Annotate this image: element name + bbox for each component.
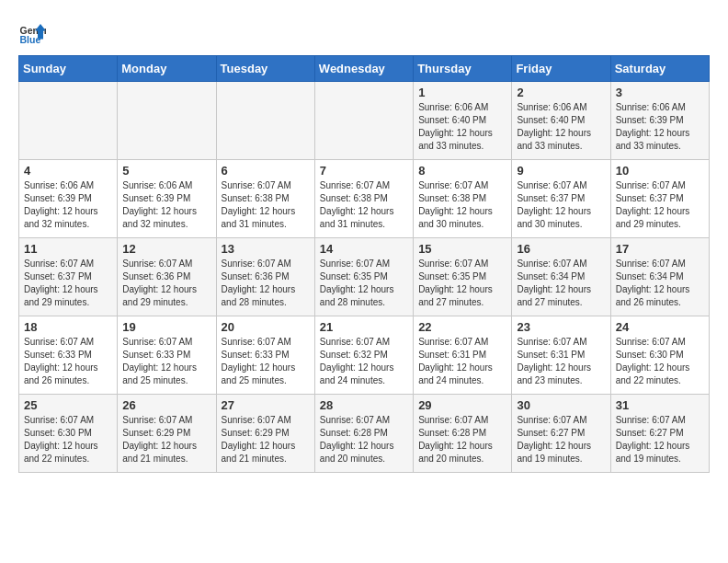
cell-info: Sunrise: 6:07 AM Sunset: 6:35 PM Dayligh… [320, 258, 408, 309]
cell-info: Sunrise: 6:07 AM Sunset: 6:38 PM Dayligh… [320, 179, 408, 231]
calendar-cell: 18Sunrise: 6:07 AM Sunset: 6:33 PM Dayli… [19, 316, 118, 395]
day-number: 15 [418, 242, 506, 256]
calendar-cell: 13Sunrise: 6:07 AM Sunset: 6:36 PM Dayli… [216, 238, 314, 316]
cell-info: Sunrise: 6:07 AM Sunset: 6:27 PM Dayligh… [616, 414, 704, 465]
calendar-cell: 29Sunrise: 6:07 AM Sunset: 6:28 PM Dayli… [414, 395, 512, 473]
day-number: 26 [122, 398, 210, 412]
calendar-cell: 3Sunrise: 6:06 AM Sunset: 6:39 PM Daylig… [610, 82, 709, 160]
day-number: 10 [616, 164, 704, 178]
svg-text:Blue: Blue [20, 34, 41, 45]
calendar-cell: 11Sunrise: 6:07 AM Sunset: 6:37 PM Dayli… [19, 238, 118, 316]
page-header: General Blue [18, 18, 710, 46]
cell-info: Sunrise: 6:06 AM Sunset: 6:39 PM Dayligh… [122, 179, 210, 231]
calendar-cell: 12Sunrise: 6:07 AM Sunset: 6:36 PM Dayli… [118, 238, 216, 316]
calendar-cell: 2Sunrise: 6:06 AM Sunset: 6:40 PM Daylig… [512, 82, 610, 160]
calendar-week-row: 25Sunrise: 6:07 AM Sunset: 6:30 PM Dayli… [19, 395, 710, 473]
day-number: 1 [418, 86, 506, 99]
day-number: 7 [320, 164, 408, 178]
cell-info: Sunrise: 6:07 AM Sunset: 6:33 PM Dayligh… [222, 336, 310, 387]
weekday-header-monday: Monday [118, 56, 216, 82]
day-number: 5 [122, 164, 210, 178]
day-number: 25 [24, 398, 112, 412]
calendar-cell: 27Sunrise: 6:07 AM Sunset: 6:29 PM Dayli… [216, 395, 314, 473]
cell-info: Sunrise: 6:07 AM Sunset: 6:38 PM Dayligh… [418, 179, 506, 231]
calendar-cell: 20Sunrise: 6:07 AM Sunset: 6:33 PM Dayli… [216, 316, 314, 395]
calendar-cell [314, 82, 413, 160]
cell-info: Sunrise: 6:07 AM Sunset: 6:30 PM Dayligh… [24, 414, 112, 465]
day-number: 19 [122, 320, 210, 334]
calendar-cell: 5Sunrise: 6:06 AM Sunset: 6:39 PM Daylig… [118, 160, 216, 238]
cell-info: Sunrise: 6:06 AM Sunset: 6:40 PM Dayligh… [517, 101, 605, 153]
day-number: 2 [517, 86, 605, 99]
calendar-week-row: 1Sunrise: 6:06 AM Sunset: 6:40 PM Daylig… [19, 82, 710, 160]
cell-info: Sunrise: 6:06 AM Sunset: 6:39 PM Dayligh… [24, 179, 112, 231]
day-number: 28 [320, 398, 408, 412]
weekday-header-row: SundayMondayTuesdayWednesdayThursdayFrid… [19, 56, 710, 82]
cell-info: Sunrise: 6:07 AM Sunset: 6:28 PM Dayligh… [320, 414, 408, 465]
day-number: 20 [222, 320, 310, 334]
cell-info: Sunrise: 6:06 AM Sunset: 6:40 PM Dayligh… [418, 101, 506, 153]
day-number: 31 [616, 398, 704, 412]
weekday-header-tuesday: Tuesday [216, 56, 314, 82]
weekday-header-sunday: Sunday [19, 56, 118, 82]
day-number: 14 [320, 242, 408, 256]
calendar-cell: 22Sunrise: 6:07 AM Sunset: 6:31 PM Dayli… [414, 316, 512, 395]
logo: General Blue [18, 18, 46, 46]
cell-info: Sunrise: 6:07 AM Sunset: 6:30 PM Dayligh… [616, 336, 704, 387]
day-number: 17 [616, 242, 704, 256]
cell-info: Sunrise: 6:07 AM Sunset: 6:38 PM Dayligh… [222, 179, 310, 231]
calendar-cell: 14Sunrise: 6:07 AM Sunset: 6:35 PM Dayli… [314, 238, 413, 316]
cell-info: Sunrise: 6:07 AM Sunset: 6:33 PM Dayligh… [24, 336, 112, 387]
cell-info: Sunrise: 6:07 AM Sunset: 6:37 PM Dayligh… [616, 179, 704, 231]
weekday-header-wednesday: Wednesday [314, 56, 413, 82]
day-number: 9 [517, 164, 605, 178]
cell-info: Sunrise: 6:07 AM Sunset: 6:28 PM Dayligh… [418, 414, 506, 465]
calendar-cell: 17Sunrise: 6:07 AM Sunset: 6:34 PM Dayli… [610, 238, 709, 316]
day-number: 21 [320, 320, 408, 334]
weekday-header-friday: Friday [512, 56, 610, 82]
calendar-table: SundayMondayTuesdayWednesdayThursdayFrid… [18, 55, 710, 473]
day-number: 18 [24, 320, 112, 334]
cell-info: Sunrise: 6:07 AM Sunset: 6:33 PM Dayligh… [122, 336, 210, 387]
calendar-week-row: 11Sunrise: 6:07 AM Sunset: 6:37 PM Dayli… [19, 238, 710, 316]
calendar-cell: 9Sunrise: 6:07 AM Sunset: 6:37 PM Daylig… [512, 160, 610, 238]
cell-info: Sunrise: 6:07 AM Sunset: 6:34 PM Dayligh… [616, 258, 704, 309]
calendar-week-row: 4Sunrise: 6:06 AM Sunset: 6:39 PM Daylig… [19, 160, 710, 238]
weekday-header-thursday: Thursday [414, 56, 512, 82]
cell-info: Sunrise: 6:07 AM Sunset: 6:34 PM Dayligh… [517, 258, 605, 309]
cell-info: Sunrise: 6:07 AM Sunset: 6:27 PM Dayligh… [517, 414, 605, 465]
calendar-cell: 28Sunrise: 6:07 AM Sunset: 6:28 PM Dayli… [314, 395, 413, 473]
calendar-cell: 30Sunrise: 6:07 AM Sunset: 6:27 PM Dayli… [512, 395, 610, 473]
calendar-cell [216, 82, 314, 160]
calendar-cell: 26Sunrise: 6:07 AM Sunset: 6:29 PM Dayli… [118, 395, 216, 473]
day-number: 16 [517, 242, 605, 256]
day-number: 6 [222, 164, 310, 178]
cell-info: Sunrise: 6:07 AM Sunset: 6:36 PM Dayligh… [122, 258, 210, 309]
cell-info: Sunrise: 6:07 AM Sunset: 6:35 PM Dayligh… [418, 258, 506, 309]
day-number: 24 [616, 320, 704, 334]
calendar-cell: 6Sunrise: 6:07 AM Sunset: 6:38 PM Daylig… [216, 160, 314, 238]
calendar-cell: 23Sunrise: 6:07 AM Sunset: 6:31 PM Dayli… [512, 316, 610, 395]
calendar-cell [19, 82, 118, 160]
day-number: 8 [418, 164, 506, 178]
cell-info: Sunrise: 6:06 AM Sunset: 6:39 PM Dayligh… [616, 101, 704, 153]
day-number: 29 [418, 398, 506, 412]
day-number: 13 [222, 242, 310, 256]
calendar-cell: 7Sunrise: 6:07 AM Sunset: 6:38 PM Daylig… [314, 160, 413, 238]
day-number: 27 [222, 398, 310, 412]
calendar-cell: 15Sunrise: 6:07 AM Sunset: 6:35 PM Dayli… [414, 238, 512, 316]
calendar-cell: 19Sunrise: 6:07 AM Sunset: 6:33 PM Dayli… [118, 316, 216, 395]
day-number: 30 [517, 398, 605, 412]
cell-info: Sunrise: 6:07 AM Sunset: 6:29 PM Dayligh… [222, 414, 310, 465]
calendar-cell: 8Sunrise: 6:07 AM Sunset: 6:38 PM Daylig… [414, 160, 512, 238]
calendar-cell: 31Sunrise: 6:07 AM Sunset: 6:27 PM Dayli… [610, 395, 709, 473]
cell-info: Sunrise: 6:07 AM Sunset: 6:31 PM Dayligh… [418, 336, 506, 387]
calendar-cell: 25Sunrise: 6:07 AM Sunset: 6:30 PM Dayli… [19, 395, 118, 473]
calendar-week-row: 18Sunrise: 6:07 AM Sunset: 6:33 PM Dayli… [19, 316, 710, 395]
cell-info: Sunrise: 6:07 AM Sunset: 6:36 PM Dayligh… [222, 258, 310, 309]
day-number: 12 [122, 242, 210, 256]
calendar-cell: 24Sunrise: 6:07 AM Sunset: 6:30 PM Dayli… [610, 316, 709, 395]
calendar-cell: 16Sunrise: 6:07 AM Sunset: 6:34 PM Dayli… [512, 238, 610, 316]
day-number: 4 [24, 164, 112, 178]
weekday-header-saturday: Saturday [610, 56, 709, 82]
